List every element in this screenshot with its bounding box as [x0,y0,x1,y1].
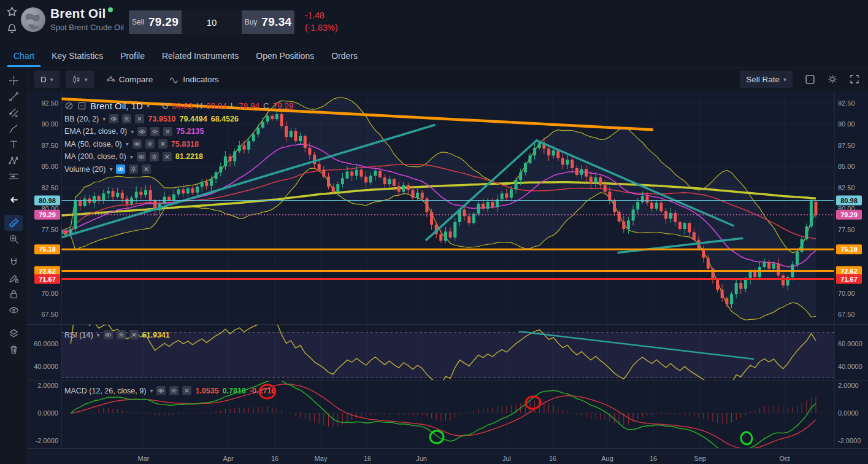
quantity-input[interactable]: 10 [182,10,242,34]
interval-selector[interactable]: D ▾ [34,71,60,88]
tab-chart[interactable]: Chart [5,44,43,67]
ruler-tool[interactable] [4,215,23,231]
alert-bell-icon[interactable] [6,23,18,34]
eye-tool[interactable] [4,302,23,318]
trend-line-tool[interactable] [4,88,23,104]
svg-text:40.0000: 40.0000 [34,363,58,370]
close-icon[interactable] [142,164,151,174]
eye-icon[interactable] [137,127,147,136]
gear-icon[interactable] [150,127,159,136]
instrument-header: Brent Oil Spot Brent Crude Oil Sell 79.2… [0,0,868,44]
close-icon[interactable] [163,152,172,161]
close-icon[interactable] [135,114,144,123]
change-value: -1.48 [305,9,338,21]
gear-icon[interactable] [150,152,159,161]
compare-button[interactable]: Compare [100,71,159,88]
arrow-left-tool[interactable] [4,191,23,207]
indicator-legend-ma[interactable]: MA (200, close, 0)▾81.2218 [64,152,203,161]
long-position-tool[interactable] [4,168,23,184]
fullscreen-icon[interactable] [850,74,859,84]
svg-text:-2.0000: -2.0000 [36,437,58,444]
svg-text:87.50: 87.50 [838,142,855,149]
brush-tool[interactable] [4,120,23,136]
close-icon[interactable] [158,139,167,149]
tab-related-instruments[interactable]: Related Instruments [153,44,247,67]
interval-label: D [40,75,47,84]
indicators-label: Indicators [183,75,219,84]
favorite-star-icon[interactable] [6,6,18,18]
indicator-name: Volume (20) [64,165,106,174]
close-icon[interactable] [129,330,139,339]
svg-text:87.50: 87.50 [41,142,58,149]
indicator-legend-ma[interactable]: MA (50, close, 0)▾75.8318 [64,139,199,149]
instrument-subtitle: Spot Brent Crude Oil [50,23,124,32]
layers-icon [9,328,19,339]
eye-icon[interactable] [133,139,142,149]
indicator-name: RSI (14) [64,331,93,339]
trash-tool[interactable] [4,341,23,357]
xabcd-pattern-tool[interactable] [4,152,23,168]
parallel-channel-tool[interactable] [4,104,23,120]
indicator-legend-rsi[interactable]: RSI (14)▾61.9341 [64,330,170,339]
edit-lock-tool[interactable] [4,270,23,286]
square-minus-icon[interactable] [77,101,86,110]
chart-type-selector[interactable]: ▾ [66,71,94,88]
svg-text:90.00: 90.00 [41,120,58,128]
svg-text:Jun: Jun [416,455,427,462]
eye-icon[interactable] [109,114,118,123]
indicator-legend-ema[interactable]: EMA (21, close, 0)▾75.2135 [64,127,204,136]
zoom-in-icon [9,234,19,244]
tab-open-positions[interactable]: Open Positions [247,44,323,67]
tab-profile[interactable]: Profile [112,44,153,67]
close-icon[interactable] [182,386,191,395]
eye-icon[interactable] [104,330,113,339]
tab-orders[interactable]: Orders [323,44,366,67]
tab-key-statistics[interactable]: Key Statistics [43,44,112,67]
crosshair-tool[interactable] [4,72,23,88]
zoom-in-tool[interactable] [4,231,23,247]
drawing-tools-sidebar [0,68,28,464]
ohlc-label: L [231,101,236,110]
circle-slash-icon[interactable] [64,101,74,110]
chart-toolbar: D ▾ ▾ Compare Indicato [28,68,868,91]
chevron-down-icon: ▾ [109,166,112,172]
lock-tool[interactable] [4,286,23,302]
gear-icon[interactable] [117,330,126,339]
chart-area[interactable]: 92.5092.5090.0090.0087.5087.5085.0085.00… [28,91,868,464]
buy-button[interactable]: Buy 79.34 [242,10,294,34]
svg-text:80.98: 80.98 [840,197,858,204]
ohlc-value: 80.84 [206,101,227,110]
svg-text:72.62: 72.62 [39,268,56,275]
indicator-legend-volume[interactable]: Volume (20)▾ [64,164,151,174]
svg-text:60.0000: 60.0000 [34,340,58,347]
trash-icon [9,344,19,355]
gear-icon[interactable] [129,164,138,174]
market-open-dot [108,7,113,12]
indicators-button[interactable]: Indicators [163,71,225,88]
eye-icon[interactable] [116,164,125,174]
svg-text:72.62: 72.62 [840,268,858,275]
svg-text:40.0000: 40.0000 [838,363,862,370]
indicator-name: MACD (12, 26, close, 9) [64,387,146,395]
indicator-legend-macd[interactable]: MACD (12, 26, close, 9)▾1.05350.7818-0.2… [64,386,275,395]
indicator-name: EMA (21, close, 0) [64,127,127,136]
symbol-legend[interactable]: Brent Oil, 1D▾O80.83H80.84L78.94C79.29 [64,101,294,111]
instrument-name: Brent Oil [50,6,106,21]
svg-text:Sep: Sep [694,455,706,462]
gear-icon[interactable] [169,386,179,395]
rate-selector[interactable]: Sell Rate ▾ [740,71,793,88]
text-tool[interactable] [4,136,23,152]
chevron-down-icon: ▾ [783,76,786,83]
magnet-tool[interactable] [4,254,23,270]
gear-icon[interactable] [122,114,131,123]
indicator-legend-bb[interactable]: BB (20, 2)▾73.951079.449468.4526 [64,114,239,123]
layers-tool[interactable] [4,325,23,341]
gear-icon[interactable] [145,139,155,149]
eye-icon[interactable] [156,386,166,395]
close-icon[interactable] [163,127,172,136]
eye-icon[interactable] [137,152,146,161]
svg-text:85.00: 85.00 [41,163,58,170]
gear-icon[interactable] [828,74,837,84]
snapshot-icon[interactable] [805,74,815,85]
sell-button[interactable]: Sell 79.29 [129,10,182,34]
